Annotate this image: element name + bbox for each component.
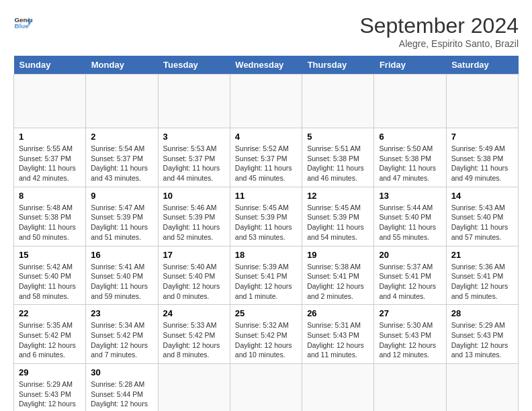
- calendar-cell: 23Sunrise: 5:34 AM Sunset: 5:42 PM Dayli…: [86, 305, 158, 364]
- calendar-cell: [158, 75, 230, 128]
- day-number: 9: [91, 191, 152, 201]
- calendar-cell: 21Sunrise: 5:36 AM Sunset: 5:41 PM Dayli…: [446, 246, 518, 305]
- calendar-week-row: [14, 75, 519, 128]
- day-number: 19: [307, 250, 369, 260]
- day-info: Sunrise: 5:55 AM Sunset: 5:37 PM Dayligh…: [19, 144, 81, 183]
- calendar-cell: 25Sunrise: 5:32 AM Sunset: 5:42 PM Dayli…: [230, 305, 302, 364]
- day-number: 15: [19, 250, 81, 260]
- day-number: 14: [451, 191, 513, 201]
- day-info: Sunrise: 5:35 AM Sunset: 5:42 PM Dayligh…: [19, 320, 81, 360]
- day-of-week-header: Saturday: [446, 56, 518, 75]
- day-info: Sunrise: 5:40 AM Sunset: 5:40 PM Dayligh…: [163, 262, 225, 302]
- day-of-week-header: Tuesday: [158, 56, 230, 75]
- day-info: Sunrise: 5:33 AM Sunset: 5:42 PM Dayligh…: [163, 320, 225, 360]
- day-number: 25: [235, 308, 297, 318]
- calendar-header-row: SundayMondayTuesdayWednesdayThursdayFrid…: [14, 56, 519, 75]
- day-info: Sunrise: 5:39 AM Sunset: 5:41 PM Dayligh…: [235, 262, 297, 302]
- day-of-week-header: Wednesday: [230, 56, 302, 75]
- calendar-cell: 18Sunrise: 5:39 AM Sunset: 5:41 PM Dayli…: [230, 246, 302, 305]
- calendar-cell: 2Sunrise: 5:54 AM Sunset: 5:37 PM Daylig…: [86, 128, 158, 187]
- calendar-cell: [158, 364, 230, 412]
- day-info: Sunrise: 5:34 AM Sunset: 5:42 PM Dayligh…: [91, 320, 152, 360]
- calendar-cell: 6Sunrise: 5:50 AM Sunset: 5:38 PM Daylig…: [374, 128, 446, 187]
- day-info: Sunrise: 5:44 AM Sunset: 5:40 PM Dayligh…: [379, 203, 441, 242]
- calendar-week-row: 1Sunrise: 5:55 AM Sunset: 5:37 PM Daylig…: [14, 128, 519, 187]
- calendar-week-row: 15Sunrise: 5:42 AM Sunset: 5:40 PM Dayli…: [14, 246, 519, 305]
- calendar-cell: 12Sunrise: 5:45 AM Sunset: 5:39 PM Dayli…: [302, 187, 374, 246]
- calendar-cell: 15Sunrise: 5:42 AM Sunset: 5:40 PM Dayli…: [14, 246, 86, 305]
- calendar-cell: [302, 75, 374, 128]
- calendar-cell: 20Sunrise: 5:37 AM Sunset: 5:41 PM Dayli…: [374, 246, 446, 305]
- day-number: 17: [163, 250, 225, 260]
- calendar-cell: 13Sunrise: 5:44 AM Sunset: 5:40 PM Dayli…: [374, 187, 446, 246]
- day-number: 22: [19, 308, 81, 318]
- day-number: 24: [163, 308, 225, 318]
- day-info: Sunrise: 5:49 AM Sunset: 5:38 PM Dayligh…: [451, 144, 513, 183]
- day-info: Sunrise: 5:45 AM Sunset: 5:39 PM Dayligh…: [307, 203, 369, 242]
- calendar-cell: 1Sunrise: 5:55 AM Sunset: 5:37 PM Daylig…: [14, 128, 86, 187]
- calendar-week-row: 8Sunrise: 5:48 AM Sunset: 5:38 PM Daylig…: [14, 187, 519, 246]
- day-number: 5: [307, 132, 369, 142]
- day-info: Sunrise: 5:52 AM Sunset: 5:37 PM Dayligh…: [235, 144, 297, 183]
- calendar-cell: [14, 75, 86, 128]
- calendar-cell: 3Sunrise: 5:53 AM Sunset: 5:37 PM Daylig…: [158, 128, 230, 187]
- calendar-cell: 17Sunrise: 5:40 AM Sunset: 5:40 PM Dayli…: [158, 246, 230, 305]
- day-info: Sunrise: 5:30 AM Sunset: 5:43 PM Dayligh…: [379, 320, 441, 360]
- day-number: 16: [91, 250, 152, 260]
- calendar-cell: 8Sunrise: 5:48 AM Sunset: 5:38 PM Daylig…: [14, 187, 86, 246]
- day-number: 11: [235, 191, 297, 201]
- day-info: Sunrise: 5:37 AM Sunset: 5:41 PM Dayligh…: [379, 262, 441, 302]
- day-info: Sunrise: 5:32 AM Sunset: 5:42 PM Dayligh…: [235, 320, 297, 360]
- day-number: 27: [379, 308, 441, 318]
- day-number: 28: [451, 308, 513, 318]
- day-of-week-header: Monday: [86, 56, 158, 75]
- day-info: Sunrise: 5:41 AM Sunset: 5:40 PM Dayligh…: [91, 262, 152, 302]
- calendar-cell: 5Sunrise: 5:51 AM Sunset: 5:38 PM Daylig…: [302, 128, 374, 187]
- calendar-cell: 24Sunrise: 5:33 AM Sunset: 5:42 PM Dayli…: [158, 305, 230, 364]
- day-number: 29: [19, 367, 81, 377]
- calendar-cell: 28Sunrise: 5:29 AM Sunset: 5:43 PM Dayli…: [446, 305, 518, 364]
- day-number: 20: [379, 250, 441, 260]
- location-subtitle: Alegre, Espirito Santo, Brazil: [359, 38, 519, 49]
- day-number: 7: [451, 132, 513, 142]
- day-of-week-header: Friday: [374, 56, 446, 75]
- day-info: Sunrise: 5:43 AM Sunset: 5:40 PM Dayligh…: [451, 203, 513, 242]
- day-info: Sunrise: 5:36 AM Sunset: 5:41 PM Dayligh…: [451, 262, 513, 302]
- day-info: Sunrise: 5:29 AM Sunset: 5:43 PM Dayligh…: [451, 320, 513, 360]
- calendar-cell: 7Sunrise: 5:49 AM Sunset: 5:38 PM Daylig…: [446, 128, 518, 187]
- page-header: General Blue September 2024 Alegre, Espi…: [13, 13, 519, 49]
- calendar-cell: [446, 75, 518, 128]
- day-info: Sunrise: 5:51 AM Sunset: 5:38 PM Dayligh…: [307, 144, 369, 183]
- day-number: 23: [91, 308, 152, 318]
- day-info: Sunrise: 5:50 AM Sunset: 5:38 PM Dayligh…: [379, 144, 441, 183]
- day-number: 8: [19, 191, 81, 201]
- calendar-cell: [230, 75, 302, 128]
- day-info: Sunrise: 5:38 AM Sunset: 5:41 PM Dayligh…: [307, 262, 369, 302]
- calendar-week-row: 29Sunrise: 5:29 AM Sunset: 5:43 PM Dayli…: [14, 364, 519, 412]
- calendar-cell: 11Sunrise: 5:45 AM Sunset: 5:39 PM Dayli…: [230, 187, 302, 246]
- day-number: 6: [379, 132, 441, 142]
- calendar-cell: 10Sunrise: 5:46 AM Sunset: 5:39 PM Dayli…: [158, 187, 230, 246]
- day-number: 21: [451, 250, 513, 260]
- day-info: Sunrise: 5:28 AM Sunset: 5:44 PM Dayligh…: [91, 379, 152, 411]
- calendar-body: 1Sunrise: 5:55 AM Sunset: 5:37 PM Daylig…: [14, 75, 519, 412]
- calendar-cell: 16Sunrise: 5:41 AM Sunset: 5:40 PM Dayli…: [86, 246, 158, 305]
- calendar-cell: [374, 364, 446, 412]
- calendar-cell: [374, 75, 446, 128]
- title-block: September 2024 Alegre, Espirito Santo, B…: [359, 13, 519, 49]
- calendar-cell: 4Sunrise: 5:52 AM Sunset: 5:37 PM Daylig…: [230, 128, 302, 187]
- calendar-cell: 19Sunrise: 5:38 AM Sunset: 5:41 PM Dayli…: [302, 246, 374, 305]
- calendar-cell: 27Sunrise: 5:30 AM Sunset: 5:43 PM Dayli…: [374, 305, 446, 364]
- day-info: Sunrise: 5:29 AM Sunset: 5:43 PM Dayligh…: [19, 379, 81, 411]
- day-info: Sunrise: 5:47 AM Sunset: 5:39 PM Dayligh…: [91, 203, 152, 242]
- day-number: 18: [235, 250, 297, 260]
- day-of-week-header: Sunday: [14, 56, 86, 75]
- day-of-week-header: Thursday: [302, 56, 374, 75]
- month-title: September 2024: [359, 13, 519, 38]
- day-info: Sunrise: 5:46 AM Sunset: 5:39 PM Dayligh…: [163, 203, 225, 242]
- logo: General Blue: [13, 13, 32, 32]
- day-number: 4: [235, 132, 297, 142]
- day-info: Sunrise: 5:31 AM Sunset: 5:43 PM Dayligh…: [307, 320, 369, 360]
- calendar-cell: 22Sunrise: 5:35 AM Sunset: 5:42 PM Dayli…: [14, 305, 86, 364]
- calendar-table: SundayMondayTuesdayWednesdayThursdayFrid…: [13, 56, 519, 411]
